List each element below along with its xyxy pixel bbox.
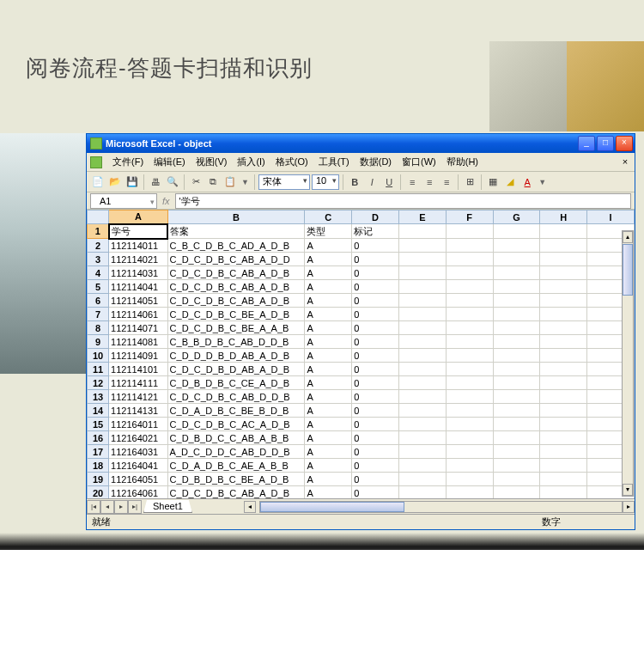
col-header-C[interactable]: C — [305, 211, 352, 224]
cell[interactable]: A — [305, 473, 352, 486]
cell[interactable]: 0 — [352, 404, 399, 418]
cell[interactable] — [540, 486, 587, 499]
row-header[interactable]: 19 — [88, 473, 109, 486]
cell[interactable]: 112114081 — [109, 335, 167, 349]
cell[interactable] — [398, 404, 446, 418]
cell[interactable]: 0 — [352, 431, 399, 445]
row-header[interactable]: 1 — [88, 224, 109, 239]
cell[interactable]: A — [305, 266, 352, 280]
cell[interactable] — [398, 473, 446, 486]
cell[interactable]: C_D_C_D_B_C_AC_A_D_B — [167, 418, 305, 431]
cell[interactable] — [446, 473, 493, 486]
cell[interactable] — [540, 335, 587, 349]
close-button[interactable]: × — [616, 136, 633, 151]
maximize-button[interactable]: □ — [597, 136, 614, 151]
cell[interactable] — [540, 390, 587, 404]
cell[interactable] — [540, 294, 587, 308]
cell[interactable]: 112114051 — [109, 294, 167, 308]
cell[interactable] — [398, 445, 446, 459]
menu-file[interactable]: 文件(F) — [107, 154, 149, 170]
align-right-icon[interactable]: ≡ — [439, 174, 454, 190]
cell[interactable]: 112114021 — [109, 253, 167, 266]
cell[interactable]: 112114121 — [109, 390, 167, 404]
row-header[interactable]: 16 — [88, 431, 109, 445]
cell[interactable] — [446, 321, 493, 335]
cell[interactable]: 0 — [352, 390, 399, 404]
cell[interactable]: C_D_C_D_B_D_AB_A_D_B — [167, 363, 305, 376]
row-header[interactable]: 3 — [88, 253, 109, 266]
cell[interactable]: 112114041 — [109, 280, 167, 294]
hscroll-thumb[interactable] — [260, 502, 404, 512]
cell[interactable]: A — [305, 459, 352, 473]
cell[interactable]: 0 — [352, 473, 399, 486]
row-header[interactable]: 11 — [88, 363, 109, 376]
cell[interactable]: C_D_B_D_B_C_CE_A_D_B — [167, 376, 305, 390]
menu-view[interactable]: 视图(V) — [191, 154, 233, 170]
cell[interactable] — [398, 239, 446, 253]
cell[interactable]: 112164051 — [109, 473, 167, 486]
cell[interactable] — [398, 431, 446, 445]
cell[interactable]: A — [305, 294, 352, 308]
cell[interactable]: 112114091 — [109, 349, 167, 363]
cell[interactable]: 112114101 — [109, 363, 167, 376]
menu-window[interactable]: 窗口(W) — [397, 154, 441, 170]
sheet-nav-prev-icon[interactable]: ◂ — [100, 500, 114, 514]
hscroll-right-icon[interactable]: ▸ — [623, 501, 635, 513]
sheet-nav-last-icon[interactable]: ▸| — [128, 500, 142, 514]
doc-close-button[interactable]: × — [619, 156, 631, 168]
cell[interactable] — [493, 253, 540, 266]
menu-format[interactable]: 格式(O) — [270, 154, 313, 170]
cell[interactable]: 0 — [352, 418, 399, 431]
font-color-icon[interactable]: A — [519, 174, 535, 190]
print-icon[interactable]: 🖶 — [148, 174, 163, 190]
cut-icon[interactable]: ✂ — [188, 174, 204, 190]
cell[interactable] — [398, 418, 446, 431]
cell[interactable] — [398, 335, 446, 349]
row-header[interactable]: 20 — [88, 486, 109, 499]
cell[interactable]: C_D_D_D_B_D_AB_A_D_B — [167, 349, 305, 363]
cell[interactable] — [398, 280, 446, 294]
cell[interactable]: A — [305, 239, 352, 253]
cell[interactable]: C_D_A_D_B_C_BE_B_D_B — [167, 404, 305, 418]
cell[interactable] — [446, 253, 493, 266]
cell[interactable]: C_D_A_D_B_C_AE_A_B_B — [167, 459, 305, 473]
row-header[interactable]: 12 — [88, 376, 109, 390]
col-header-I[interactable]: I — [587, 211, 635, 224]
cell[interactable]: A — [305, 335, 352, 349]
cell[interactable] — [493, 390, 540, 404]
cell[interactable]: 0 — [352, 486, 399, 499]
cell[interactable]: A — [305, 418, 352, 431]
italic-icon[interactable]: I — [364, 174, 380, 190]
cell[interactable] — [493, 321, 540, 335]
cell[interactable] — [398, 349, 446, 363]
cell[interactable]: A — [305, 308, 352, 321]
row-header[interactable]: 5 — [88, 280, 109, 294]
horizontal-scrollbar[interactable] — [259, 501, 623, 513]
fx-icon[interactable]: fx — [157, 196, 175, 206]
merge-icon[interactable]: ⊞ — [462, 174, 477, 190]
cell[interactable]: A — [305, 404, 352, 418]
cell[interactable]: A — [305, 431, 352, 445]
row-header[interactable]: 18 — [88, 459, 109, 473]
cell[interactable] — [540, 266, 587, 280]
cell[interactable]: 112114031 — [109, 266, 167, 280]
row-header[interactable]: 9 — [88, 335, 109, 349]
cell[interactable] — [446, 349, 493, 363]
select-all-corner[interactable] — [88, 211, 109, 224]
borders-icon[interactable]: ▦ — [485, 174, 501, 190]
open-icon[interactable]: 📂 — [107, 174, 123, 190]
row-header[interactable]: 15 — [88, 418, 109, 431]
cell[interactable] — [540, 404, 587, 418]
cell[interactable]: 学号 — [109, 224, 167, 239]
cell[interactable] — [446, 308, 493, 321]
cell[interactable] — [540, 431, 587, 445]
vscroll-up-icon[interactable]: ▴ — [623, 231, 633, 243]
cell[interactable] — [493, 266, 540, 280]
cell[interactable] — [398, 253, 446, 266]
cell[interactable] — [398, 224, 446, 239]
cell[interactable]: 标记 — [352, 224, 399, 239]
cell[interactable]: 0 — [352, 266, 399, 280]
cell[interactable] — [493, 459, 540, 473]
cell[interactable]: 112114061 — [109, 308, 167, 321]
cell[interactable] — [398, 294, 446, 308]
